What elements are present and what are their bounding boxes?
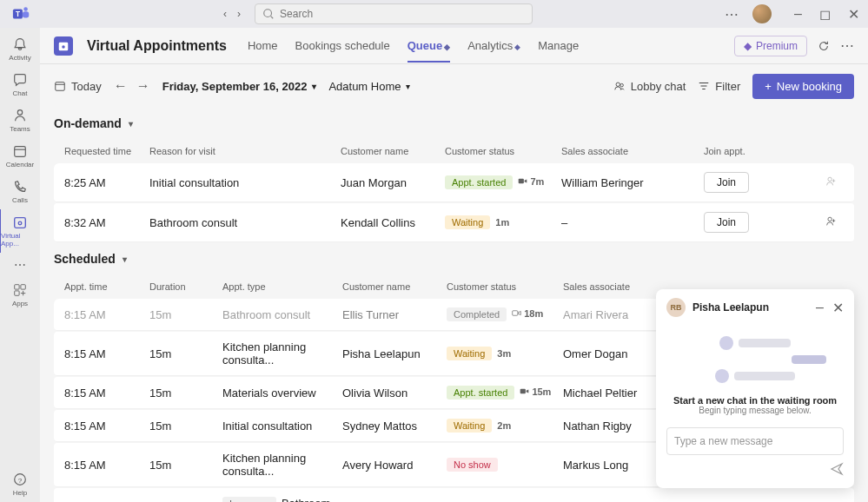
search-input[interactable] — [255, 3, 533, 24]
svg-rect-26 — [520, 389, 526, 394]
calendar-icon — [54, 80, 66, 92]
rail-virtual-appointments[interactable]: Virtual App... — [0, 209, 39, 253]
svg-rect-3 — [23, 11, 29, 17]
rail-teams[interactable]: Teams — [0, 102, 40, 138]
col-header-associate: Sales associate — [561, 146, 704, 156]
tab-manage[interactable]: Manage — [538, 29, 579, 63]
cell-reason: Bathroom consult — [149, 216, 341, 229]
app-icon — [54, 36, 73, 56]
send-button[interactable] — [830, 462, 844, 476]
cell-type: Kitchen planning consulta... — [222, 340, 342, 367]
cell-status: Waiting 2m — [447, 419, 563, 433]
date-picker[interactable]: Friday, September 16, 2022▾ — [162, 80, 317, 93]
cell-duration: 15m — [149, 459, 222, 472]
header-more-button[interactable]: ⋯ — [840, 37, 854, 54]
rail-calendar[interactable]: Calendar — [0, 138, 40, 174]
col-header-customer: Customer name — [341, 146, 445, 156]
new-booking-button[interactable]: +New booking — [752, 74, 854, 99]
nav-back-button[interactable]: ‹ — [223, 8, 227, 20]
tab-home[interactable]: Home — [248, 29, 278, 63]
join-button[interactable]: Join — [704, 212, 749, 233]
today-button[interactable]: Today — [54, 80, 102, 93]
close-button[interactable]: ✕ — [846, 4, 861, 24]
date-prev-button[interactable]: ← — [114, 78, 128, 94]
maximize-button[interactable]: ◻ — [818, 4, 832, 24]
svg-point-6 — [17, 110, 22, 115]
premium-diamond-icon: ◆ — [444, 43, 450, 51]
svg-point-20 — [616, 83, 620, 86]
chat-contact-name: Pisha Leelapun — [692, 301, 809, 314]
table-row[interactable]: 8:25 AM Initial consultation Juan Morgan… — [54, 163, 854, 202]
cell-time: 8:15 AM — [64, 419, 149, 433]
cell-type: In personBathroom consult — [222, 497, 342, 502]
svg-line-5 — [271, 17, 274, 19]
premium-diamond-icon: ◆ — [514, 43, 520, 51]
tab-queue[interactable]: Queue◆ — [407, 29, 450, 63]
rail-more[interactable]: ⋯ — [0, 253, 40, 277]
assign-icon[interactable] — [825, 215, 837, 228]
cell-customer: Avery Howard — [342, 459, 447, 472]
cell-customer: Kendall Collins — [341, 216, 445, 229]
cell-time: 8:15 AM — [64, 308, 149, 321]
cell-type: Bathroom consult — [222, 308, 342, 321]
cell-duration: 15m — [149, 386, 222, 400]
svg-rect-22 — [519, 179, 524, 184]
join-button[interactable]: Join — [704, 172, 749, 193]
premium-button[interactable]: ◆Premium — [734, 36, 807, 56]
chevron-down-icon: ▾ — [129, 119, 133, 129]
date-next-button[interactable]: → — [136, 78, 150, 94]
cell-customer: Juan Morgan — [341, 176, 445, 189]
tab-bookings-schedule[interactable]: Bookings schedule — [295, 29, 390, 63]
cell-customer: Olivia Wilson — [342, 386, 447, 400]
chevron-down-icon: ▾ — [312, 82, 316, 91]
chat-close-button[interactable]: ✕ — [832, 300, 844, 316]
table-row[interactable]: 8:30 AM 15m In personBathroom consult Ma… — [54, 488, 854, 502]
more-options-button[interactable]: ⋯ — [725, 6, 739, 23]
cell-associate: William Beringer — [561, 176, 704, 189]
cell-duration: 15m — [149, 308, 222, 321]
chat-minimize-button[interactable]: – — [816, 300, 824, 316]
svg-rect-13 — [15, 291, 19, 295]
chat-message-input[interactable]: Type a new message — [666, 427, 844, 455]
lobby-chat-button[interactable]: Lobby chat — [613, 80, 686, 93]
cell-status: Waiting 3m — [447, 347, 563, 360]
chat-panel: RB Pisha Leelapun – ✕ Start a new chat i… — [656, 289, 854, 488]
svg-point-24 — [828, 217, 832, 221]
rail-chat[interactable]: Chat — [0, 67, 40, 102]
rail-help[interactable]: ?Help — [0, 466, 40, 502]
tab-analytics[interactable]: Analytics◆ — [467, 29, 520, 63]
app-header: Virtual Appointments Home Bookings sched… — [40, 28, 868, 64]
chat-avatar: RB — [666, 298, 686, 317]
minimize-button[interactable]: – — [792, 4, 804, 24]
chevron-down-icon: ▾ — [123, 254, 127, 264]
table-row[interactable]: 8:32 AM Bathroom consult Kendall Collins… — [54, 203, 854, 242]
col-header-status: Customer status — [447, 281, 563, 292]
rail-calls[interactable]: Calls — [0, 174, 40, 209]
location-picker[interactable]: Adatum Home▾ — [328, 80, 410, 93]
cell-associate: – — [561, 216, 704, 229]
svg-rect-7 — [15, 147, 26, 157]
nav-forward-button[interactable]: › — [237, 8, 241, 20]
search-icon — [262, 8, 275, 20]
app-title: Virtual Appointments — [87, 38, 227, 54]
col-header-join: Join appt. — [704, 146, 749, 156]
col-header-reason: Reason for visit — [149, 146, 341, 156]
rail-activity[interactable]: Activity — [0, 31, 40, 67]
plus-icon: + — [765, 80, 772, 93]
cell-status: Waiting 1m — [445, 215, 561, 229]
cell-reason: Initial consultation — [149, 176, 341, 189]
user-avatar[interactable] — [752, 4, 772, 23]
cell-time: 8:15 AM — [64, 386, 149, 400]
filter-button[interactable]: Filter — [698, 80, 740, 93]
chevron-down-icon: ▾ — [406, 82, 410, 91]
refresh-button[interactable] — [818, 40, 830, 52]
ondemand-section-toggle[interactable]: On-demand▾ — [54, 108, 854, 139]
scheduled-section-toggle[interactable]: Scheduled▾ — [54, 243, 854, 274]
col-header-customer: Customer name — [342, 281, 447, 292]
cell-status: Completed 18m — [447, 307, 563, 321]
chat-prompt-title: Start a new chat in the waiting room — [666, 395, 844, 406]
rail-apps[interactable]: Apps — [0, 277, 40, 313]
cell-type: Kitchen planning consulta... — [222, 452, 342, 478]
titlebar: T ‹ › ⋯ – ◻ ✕ — [0, 0, 868, 28]
cell-time: 8:32 AM — [64, 216, 149, 229]
